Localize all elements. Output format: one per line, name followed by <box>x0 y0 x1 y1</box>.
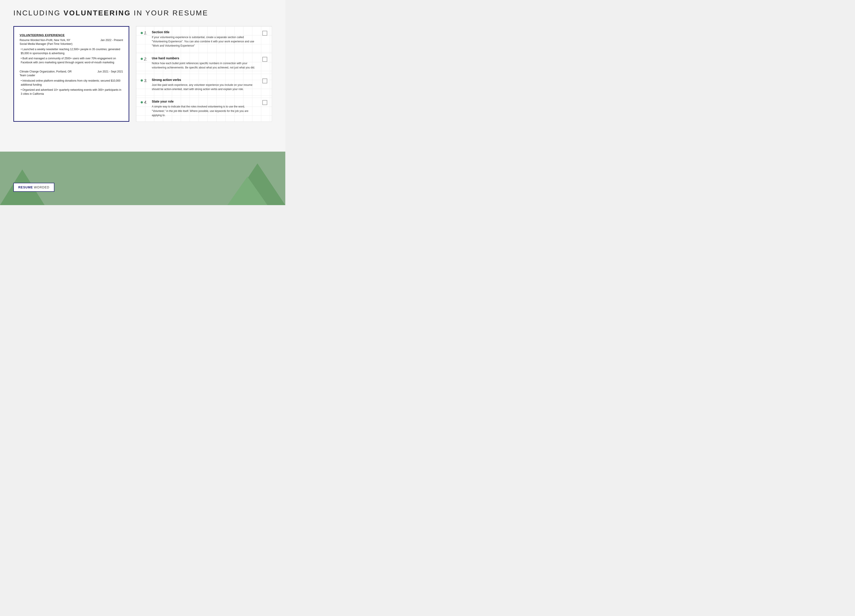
title-bold: VOLUNTEERING <box>64 9 131 17</box>
tips-panel: 1. Section title If your volunteering ex… <box>136 26 272 122</box>
tip1-number: 1. <box>144 30 152 35</box>
tip3-checkbox[interactable] <box>262 78 267 83</box>
content-area: VOLUNTEERING EXPERIENCE Resume Worded No… <box>13 26 272 122</box>
resume-job2-role: Team Leader <box>20 74 123 77</box>
tip1-content: Section title If your volunteering exper… <box>152 30 259 48</box>
title-light: INCLUDING <box>13 9 64 17</box>
resume-job2-bullet1: • Introduced online platform enabling do… <box>20 79 123 87</box>
logo-resume-text: RESUME <box>18 185 33 189</box>
resume-section-title: VOLUNTEERING EXPERIENCE <box>20 34 123 37</box>
tip4-number: 4. <box>144 100 152 105</box>
tip1-number-wrapper: 1. <box>141 30 152 35</box>
tip3-number: 3. <box>144 78 152 83</box>
tip3-number-wrapper: 3. <box>141 78 152 83</box>
tip2-number: 2. <box>144 57 152 61</box>
title-end: IN YOUR RESUME <box>131 9 208 17</box>
resume-panel: VOLUNTEERING EXPERIENCE Resume Worded No… <box>13 26 129 122</box>
resume-job1-bullet2: • Built and managed a community of 2500+… <box>20 57 123 64</box>
tip4-description: A simple way to indicate that the roles … <box>152 104 259 118</box>
tip4-green-dot <box>141 101 143 103</box>
logo-worded-text: WORDED <box>34 185 49 189</box>
page-title: INCLUDING VOLUNTEERING IN YOUR RESUME <box>13 9 272 17</box>
tip2-number-wrapper: 2. <box>141 57 152 61</box>
tip1-checkbox[interactable] <box>262 31 267 36</box>
logo-area: RESUME WORDED <box>13 183 54 192</box>
tip1-title: Section title <box>152 30 259 34</box>
resume-job1-org: Resume Worded Non-Profit, New York, NY <box>20 38 70 42</box>
tip1-description: If your volunteering experience is subst… <box>152 35 259 48</box>
tip-item-3: 3. Strong action verbs Just like paid wo… <box>136 74 272 96</box>
tip3-green-dot <box>141 80 143 81</box>
tip-item-2: 2. Use hard numbers Notice how each bull… <box>136 52 272 74</box>
tip3-content: Strong action verbs Just like paid work … <box>152 78 259 91</box>
resume-job1-dates: Jan 2022 - Present <box>101 38 123 42</box>
resume-job1-org-line: Resume Worded Non-Profit, New York, NY J… <box>20 38 123 42</box>
tip1-green-dot <box>141 32 143 34</box>
tip2-green-dot <box>141 58 143 60</box>
tip2-checkbox[interactable] <box>262 57 267 62</box>
tip2-content: Use hard numbers Notice how each bullet … <box>152 57 259 70</box>
tip3-description: Just like paid work experience, any volu… <box>152 83 259 91</box>
resume-job2-org-line: Climate Change Organization, Portland, O… <box>20 70 123 73</box>
tip4-checkbox[interactable] <box>262 100 267 105</box>
tip4-number-wrapper: 4. <box>141 100 152 105</box>
tip3-title: Strong action verbs <box>152 78 259 81</box>
tip2-description: Notice how each bullet point references … <box>152 61 259 70</box>
tip4-content: State your role A simple way to indicate… <box>152 100 259 118</box>
resume-job1-bullet1: • Launched a weekly newsletter reaching … <box>20 47 123 55</box>
resume-divider <box>20 66 123 70</box>
tip2-title: Use hard numbers <box>152 57 259 60</box>
resume-job2-dates: Jun 2021 - Sept 2021 <box>97 70 123 73</box>
resume-job2-bullet2: • Organized and advertised 10+ quarterly… <box>20 88 123 96</box>
resume-job1-role: Social Media Manager (Part-Time Voluntee… <box>20 42 123 46</box>
tip-item-1: 1. Section title If your volunteering ex… <box>136 26 272 52</box>
resume-job2-org: Climate Change Organization, Portland, O… <box>20 70 72 73</box>
tip4-title: State your role <box>152 100 259 103</box>
tip-item-4: 4. State your role A simple way to indic… <box>136 96 272 121</box>
